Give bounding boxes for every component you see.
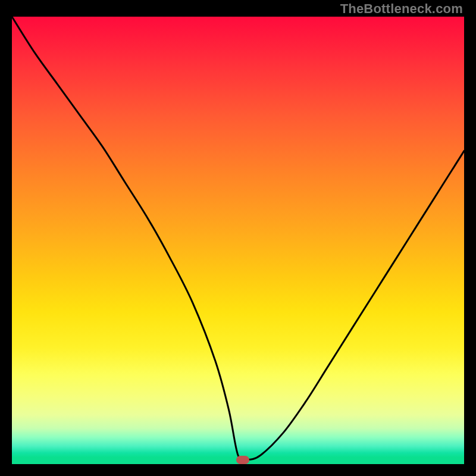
curve-path [12, 17, 464, 461]
optimum-marker [236, 456, 249, 464]
plot-area [12, 17, 464, 464]
bottleneck-curve [12, 17, 464, 464]
chart-frame: TheBottleneck.com [0, 0, 476, 476]
watermark-text: TheBottleneck.com [340, 1, 463, 17]
